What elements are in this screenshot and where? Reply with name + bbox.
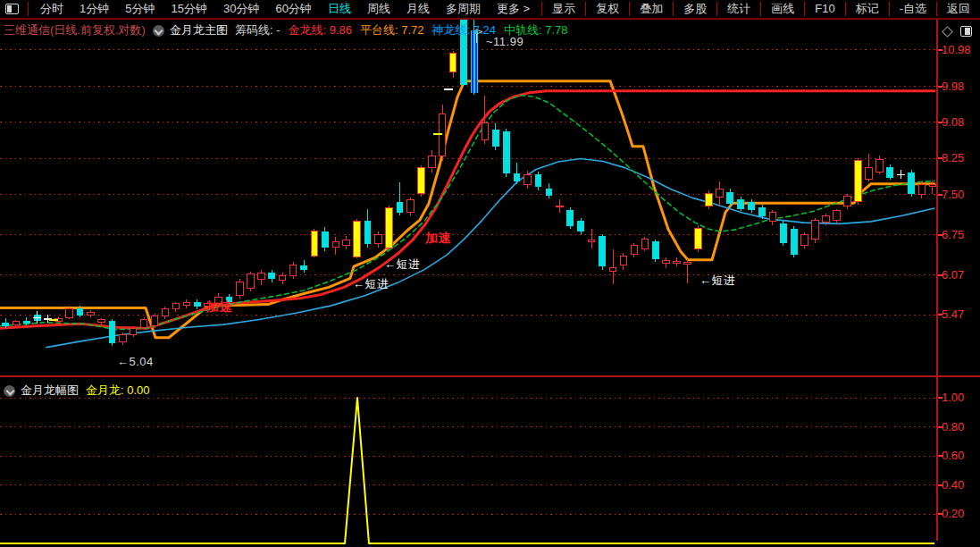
legend-金月龙: 金月龙: 0.00 (86, 383, 150, 397)
action-显示[interactable]: 显示 (541, 2, 585, 16)
action-叠加[interactable]: 叠加 (629, 2, 673, 16)
menu-item-周线[interactable]: 周线 (359, 1, 398, 17)
period-menu: 分时1分钟5分钟15分钟30分钟60分钟日线周线月线多周期更多 > (0, 0, 538, 18)
sub-legend: 金月龙: 0.00 (86, 383, 158, 399)
sub-y-label: 0.80 (942, 420, 979, 433)
main-y-label: 5.47 (942, 307, 979, 321)
main-y-tick (938, 122, 942, 123)
sub-y-label: 1.00 (942, 391, 979, 404)
main-y-tick (938, 194, 942, 196)
diamond-marker-icon[interactable] (942, 26, 953, 38)
main-legend: 筹码线: -金龙线: 9.86平台线: 7.72神龙线: 7.24中轨线: 7.… (235, 22, 576, 38)
sub-y-tick (938, 484, 942, 486)
sub-indicator-name[interactable]: 金月龙幅图 (21, 383, 79, 399)
split-window-icon[interactable] (5, 4, 19, 14)
collapse-chevron-icon[interactable] (4, 385, 15, 397)
legend-平台线: 平台线: 7.72 (360, 23, 424, 37)
main-indicator-name[interactable]: 金月龙主图 (170, 22, 228, 38)
action-F10[interactable]: F10 (804, 2, 844, 16)
action-画线[interactable]: 画线 (760, 2, 804, 16)
action-标记[interactable]: 标记 (845, 2, 889, 16)
legend-筹码线: 筹码线: - (235, 23, 281, 37)
corner-icons (943, 26, 972, 37)
main-y-label: 6.07 (942, 268, 979, 282)
action-多股[interactable]: 多股 (673, 2, 716, 16)
main-y-label: 8.25 (942, 151, 979, 164)
action--自选[interactable]: -自选 (889, 2, 936, 16)
menu-item-60分钟[interactable]: 60分钟 (267, 1, 319, 17)
sub-y-tick (938, 513, 942, 515)
menu-item-1分钟[interactable]: 1分钟 (71, 1, 117, 17)
main-y-tick (938, 274, 942, 276)
sub-y-label: 0.60 (942, 449, 979, 462)
main-y-tick (938, 86, 942, 88)
main-y-tick (938, 49, 942, 51)
sub-y-label: 0.40 (942, 478, 979, 492)
main-y-label: 9.08 (942, 115, 979, 129)
sub-y-tick (938, 455, 942, 457)
legend-中轨线: 中轨线: 7.78 (504, 23, 568, 37)
action-复权[interactable]: 复权 (585, 2, 629, 16)
menu-item-5分钟[interactable]: 5分钟 (117, 1, 163, 17)
main-y-label: 6.75 (942, 228, 979, 241)
main-y-label: 10.98 (942, 43, 979, 56)
legend-神龙线: 神龙线: 7.24 (432, 23, 497, 37)
toolbar-divider (28, 2, 29, 16)
action-menu: 显示复权叠加多股统计画线F10标记-自选返回 (541, 0, 980, 18)
pane-toggle-icon[interactable] (960, 26, 972, 37)
menu-item-日线[interactable]: 日线 (320, 1, 359, 17)
main-y-label: 7.50 (942, 188, 979, 201)
sub-y-tick (938, 397, 942, 399)
sub-panel-header: 金月龙幅图 金月龙: 0.00 (4, 383, 158, 399)
trading-app-window: 分时1分钟5分钟15分钟30分钟60分钟日线周线月线多周期更多 > 显示复权叠加… (0, 0, 980, 547)
stock-title: 三维通信(日线.前复权.对数) (4, 22, 146, 38)
main-panel-header: 三维通信(日线.前复权.对数) 金月龙主图 筹码线: -金龙线: 9.86平台线… (4, 22, 576, 38)
menu-item-30分钟[interactable]: 30分钟 (215, 1, 267, 17)
toolbar: 分时1分钟5分钟15分钟30分钟60分钟日线周线月线多周期更多 > 显示复权叠加… (0, 0, 980, 20)
sub-y-label: 0.20 (942, 507, 979, 520)
sub-y-tick (938, 426, 942, 428)
menu-item-15分钟[interactable]: 15分钟 (163, 1, 214, 17)
menu-item-更多 >[interactable]: 更多 > (489, 1, 538, 17)
main-y-tick (938, 234, 942, 236)
main-candlestick-chart[interactable] (0, 20, 936, 376)
sub-indicator-chart[interactable] (0, 377, 936, 547)
main-y-tick (938, 157, 942, 159)
action-返回[interactable]: 返回 (936, 2, 980, 16)
main-y-label: 9.98 (942, 80, 979, 93)
action-统计[interactable]: 统计 (716, 2, 760, 16)
menu-item-多周期[interactable]: 多周期 (438, 1, 489, 17)
menu-item-月线[interactable]: 月线 (398, 1, 438, 17)
main-y-tick (938, 314, 942, 316)
legend-金龙线: 金龙线: 9.86 (288, 23, 352, 37)
price-axis-line (936, 20, 938, 541)
menu-item-分时[interactable]: 分时 (32, 1, 71, 17)
collapse-chevron-icon[interactable] (153, 25, 164, 37)
